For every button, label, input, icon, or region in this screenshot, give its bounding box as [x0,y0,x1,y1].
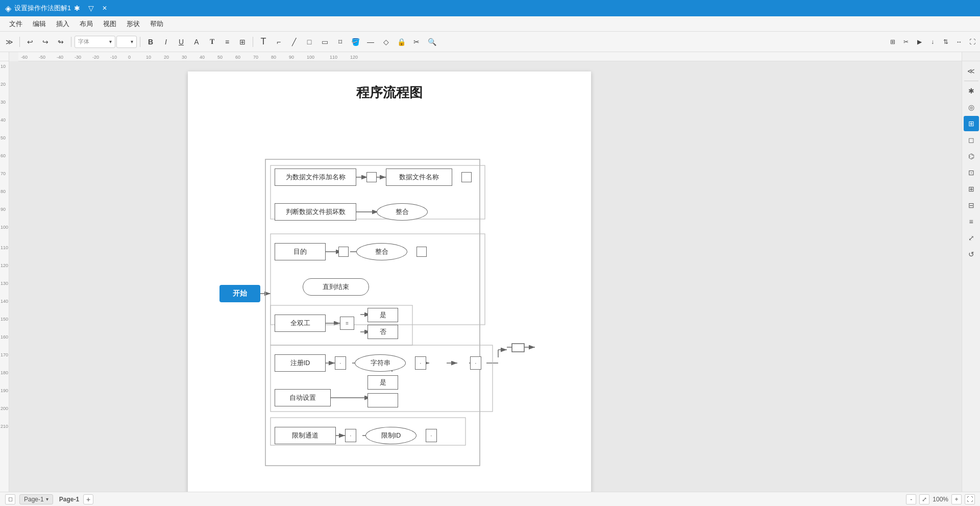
right-group-btn[interactable]: ⊞ [964,181,979,197]
textbox-btn[interactable]: T [256,35,271,49]
close-icon[interactable]: ✕ [99,4,110,13]
shape-conn-2[interactable] [461,172,472,182]
underline-btn[interactable]: U [174,35,188,49]
shape-restrict-channel[interactable]: 限制通道 [275,427,336,444]
shape-conn-5[interactable]: · [335,356,346,370]
add-page-btn[interactable]: + [83,494,93,504]
connector-btn[interactable]: ⌐ [272,35,286,49]
shape-datafilename[interactable]: 数据文件名称 [386,168,452,186]
search-btn[interactable]: 🔍 [425,35,439,49]
shape1-btn[interactable]: □ [302,35,316,49]
shape-equals[interactable]: = [340,317,354,330]
shape-restrict-id[interactable]: 限制ID [365,427,416,444]
menu-shape[interactable]: 形状 [121,17,145,31]
shape-register-id[interactable]: 注册ID [275,354,326,372]
shape-integrate-1[interactable]: 整合 [377,203,428,221]
shape-conn-9[interactable]: · [426,429,437,442]
shape-auto-set[interactable]: 自动设置 [275,389,331,406]
lock-btn[interactable]: 🔒 [394,35,408,49]
right-color-btn[interactable]: ◎ [964,100,979,115]
right-text-btn[interactable]: ≡ [964,214,979,229]
right-collapse-btn[interactable]: ≪ [964,63,979,79]
menu-layout[interactable]: 布局 [75,17,98,31]
toolbar-extra-2[interactable]: ✂ [900,36,912,47]
canvas-area[interactable]: 程序流程图 [9,61,962,492]
shape3-btn[interactable]: ⌑ [333,35,347,49]
shape-conn-6[interactable]: · [415,356,426,370]
zoom-fit-btn[interactable]: ⤢ [919,494,929,504]
shape-add-name[interactable]: 为数据文件添加名称 [275,168,356,186]
italic-btn[interactable]: I [159,35,173,49]
minimize-icon[interactable]: ✱ [71,3,83,13]
title-text: 设置操作作法图解1 [14,4,71,13]
shape2-btn[interactable]: ▭ [317,35,332,49]
menu-help[interactable]: 帮助 [145,17,168,31]
toolbar-sep-4 [253,37,253,47]
menu-edit[interactable]: 编辑 [28,17,51,31]
shape-start[interactable]: 开始 [219,285,260,302]
align-left-btn[interactable]: ≡ [220,35,234,49]
right-resize-btn[interactable]: ⤢ [964,230,979,246]
shape-purpose[interactable]: 目的 [275,243,326,260]
font-dropdown[interactable]: 字体 ▾ [75,36,115,48]
right-table-btn[interactable]: ⊟ [964,198,979,213]
right-db-btn[interactable]: ⌬ [964,149,979,164]
fullscreen-btn[interactable]: ⛶ [965,494,975,504]
shape-conn-8[interactable]: · [345,429,356,442]
current-page-label: Page-1 [59,496,79,503]
shape-conn-3[interactable] [338,247,349,257]
menu-insert[interactable]: 插入 [51,17,75,31]
zoom-controls: - ⤢ 100% + ⛶ [906,494,975,504]
toolbar-extra-4[interactable]: ↓ [927,36,938,47]
bold-btn[interactable]: B [143,35,158,49]
shape-no-1[interactable]: 否 [368,325,398,339]
scissors-btn[interactable]: ✂ [409,35,424,49]
right-image-btn[interactable]: ⊡ [964,165,979,180]
shape-check-damage[interactable]: 判断数据文件损坏数 [275,203,356,221]
right-history-btn[interactable]: ↺ [964,247,979,262]
fill-btn[interactable]: 🪣 [348,35,362,49]
shape-empty-box[interactable] [368,393,398,407]
right-panel: ≪ ✱ ◎ ⊞ ◻ ⌬ ⊡ ⊞ ⊟ ≡ ⤢ ↺ [962,61,980,492]
size-dropdown[interactable]: ▾ [116,36,137,48]
erase-btn[interactable]: ◇ [379,35,393,49]
textformat-btn[interactable]: 𝐓 [205,35,219,49]
zoom-in-btn[interactable]: + [951,494,962,504]
redo-btn[interactable]: ↪ [38,35,53,49]
menu-file[interactable]: 文件 [4,17,28,31]
align-more-btn[interactable]: ⊞ [235,35,250,49]
expand-panel-btn[interactable]: ≫ [2,35,16,49]
toolbar-extra-7[interactable]: ⛶ [967,36,978,47]
toolbar-extra-6[interactable]: ↔ [953,36,965,47]
toolbar-sep-2 [71,37,71,47]
shape-string[interactable]: 字符串 [355,354,406,372]
right-page-btn[interactable]: ◻ [964,132,979,148]
redo2-btn[interactable]: ↬ [54,35,68,49]
shape-conn-4[interactable] [416,247,427,257]
maximize-icon[interactable]: ▽ [85,3,97,13]
shape-conn-1[interactable] [366,172,377,182]
page-tab-dropdown[interactable]: ▾ [46,496,48,502]
toolbar-extra-3[interactable]: ▶ [914,36,925,47]
stroke-btn[interactable]: — [363,35,378,49]
toolbar-extra-1[interactable]: ⊞ [887,36,898,47]
right-grid-btn[interactable]: ⊞ [964,116,979,131]
shape-full-duplex[interactable]: 全双工 [275,315,326,332]
page-icon[interactable]: ◻ [5,494,15,504]
ruler-horizontal: // ruler ticks drawn via JS below -60 -5… [18,52,962,61]
status-bar: ◻ Page-1 ▾ Page-1 + - ⤢ 100% + ⛶ [0,492,980,506]
title-bar: ◈ 设置操作作法图解1 ✱ ▽ ✕ [0,0,980,16]
line-btn[interactable]: ╱ [287,35,301,49]
shape-until-end[interactable]: 直到结束 [303,278,369,296]
shape-conn-7[interactable]: · [470,356,481,370]
page-tab-1[interactable]: Page-1 ▾ [19,494,53,504]
shape-integrate-2[interactable]: 整合 [356,243,407,260]
toolbar-extra-5[interactable]: ⇅ [940,36,951,47]
shape-yes-2[interactable]: 是 [368,375,398,390]
fontcolor-btn[interactable]: A [189,35,204,49]
shape-yes-1[interactable]: 是 [368,308,398,322]
zoom-out-btn[interactable]: - [906,494,916,504]
menu-view[interactable]: 视图 [98,17,121,31]
undo-btn[interactable]: ↩ [23,35,37,49]
right-shape-btn[interactable]: ✱ [964,83,979,99]
